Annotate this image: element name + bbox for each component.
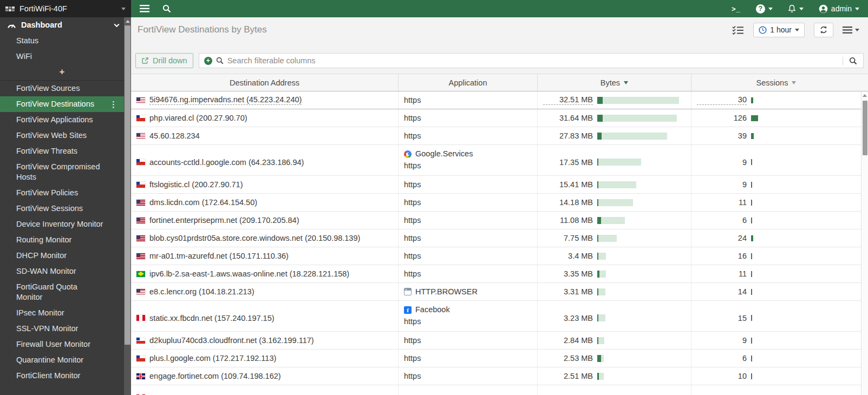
table-scrollbar[interactable] [861,91,868,395]
sidebar-item-firewall-user-monitor[interactable]: Firewall User Monitor [0,337,124,352]
sidebar-item-label: SD-WAN Monitor [16,266,76,276]
sidebar-item-fortiview-threats[interactable]: FortiView Threats [0,143,124,159]
destination-text: dms.licdn.com (172.64.154.50) [149,198,257,207]
admin-menu[interactable]: admin [819,4,859,14]
sessions-bar [751,338,752,344]
sidebar-item-fortiview-destinations[interactable]: FortiView Destinations⋮ [0,96,124,112]
sidebar-item-routing-monitor[interactable]: Routing Monitor [0,232,124,248]
table-row[interactable]: 5i94676.ng.impervadns.net (45.223.24.240… [131,91,861,109]
search-input[interactable] [224,54,843,68]
sidebar-item-fortiview-compromised-hosts[interactable]: FortiView Compromised Hosts [0,159,124,185]
bytes-bar [597,314,605,321]
column-header-bytes[interactable]: Bytes [538,74,691,91]
table-row[interactable]: plus.l.google.com (172.217.192.113)https… [131,350,861,367]
table-scrollbar-thumb[interactable] [863,101,867,155]
sidebar-scrollbar-thumb[interactable] [125,25,130,345]
table-row[interactable]: fortinet.enterpriseprm.net (209.170.205.… [131,212,861,229]
kebab-menu-icon[interactable]: ⋮ [109,99,120,109]
sessions-bar [751,200,752,206]
sidebar-item-device-inventory-monitor[interactable]: Device Inventory Monitor [0,216,124,232]
sidebar-item-dashboard[interactable]: Dashboard [0,17,124,33]
sidebar-item-fortiview-policies[interactable]: FortiView Policies [0,185,124,201]
application-label: https [404,198,421,208]
global-search-icon[interactable] [162,4,171,13]
more-options-menu[interactable] [843,27,859,34]
page-title: FortiView Destinations by Bytes [138,24,732,35]
collapse-sidebar-icon[interactable] [140,5,149,12]
sidebar-item-status[interactable]: Status [0,33,124,49]
table-row[interactable]: php.viared.cl (200.27.90.70)https31.64 M… [131,109,861,127]
sidebar-scrollbar[interactable] [124,17,131,395]
sessions-cell: 126 [691,109,861,127]
table-row[interactable]: ftslogistic.cl (200.27.90.71)https15.41 … [131,176,861,194]
column-header-application[interactable]: Application [399,74,538,91]
sidebar-item-fortiview-web-sites[interactable]: FortiView Web Sites [0,128,124,143]
sidebar-item-ssl-vpn-monitor[interactable]: SSL-VPN Monitor [0,321,124,337]
device-selector[interactable]: FortiWiFi-40F [0,0,131,17]
table-row[interactable]: dms.licdn.com (172.64.154.50)https14.18 … [131,194,861,212]
application-label: Facebook [415,305,450,315]
column-settings-icon[interactable] [732,25,744,35]
bytes-value: 2.51 MB [543,372,593,380]
sidebar-item-dhcp-monitor[interactable]: DHCP Monitor [0,248,124,264]
sidebar-item-fortiview-applications[interactable]: FortiView Applications [0,112,124,128]
bytes-cell: 7.75 MB [538,229,691,247]
application-label: https [404,371,421,381]
time-range-dropdown[interactable]: 1 hour [753,23,805,37]
main-content: FortiView Destinations by Bytes 1 hour [131,17,868,395]
drill-down-button[interactable]: Drill down [135,53,193,68]
scroll-up-button[interactable] [124,17,131,25]
top-bar: FortiWiFi-40F >_ ? [0,0,868,17]
filter-toolbar: Drill down + [135,53,864,68]
table-row[interactable]: accounts-cctld.l.google.com (64.233.186.… [131,145,861,176]
sidebar-item-forticlient-monitor[interactable]: FortiClient Monitor [0,368,124,384]
sessions-bar [751,235,753,241]
application-label: https [404,233,421,243]
sidebar-item-fortiguard-quota-monitor[interactable]: FortiGuard Quota Monitor [0,279,124,305]
bytes-bar-received [599,271,606,278]
scroll-up-button[interactable] [862,91,868,100]
table-row[interactable]: e8.c.lencr.org (104.18.21.213)HTTP.BROWS… [131,283,861,301]
table-row[interactable]: ipv6.lb-2.sa-east-1.aws.waas-online.net … [131,265,861,283]
sidebar-item-fortiview-sessions[interactable]: FortiView Sessions [0,201,124,216]
flag-us-icon [136,218,145,223]
table-row[interactable]: 45.60.128.234https27.83 MB39 [131,127,861,145]
sidebar-item-fortiview-sources[interactable]: FortiView Sources [0,81,124,96]
search-submit-button[interactable] [843,57,863,65]
application-label: https [404,353,421,364]
sidebar-item-label: + [60,67,65,77]
table-row[interactable]: static.xx.fbcdn.net (157.240.197.15)fFac… [131,301,861,332]
destination-cell: static.xx.fbcdn.net (157.240.197.15) [131,301,399,331]
bytes-bar-received [598,314,605,321]
table-row[interactable]: blob.cys01prdstr05a.store.core.windows.n… [131,229,861,247]
bytes-cell: 3.4 MB [538,247,691,265]
sidebar-item-sd-wan-monitor[interactable]: SD-WAN Monitor [0,264,124,279]
bytes-bar-received [599,373,604,380]
column-header-destination[interactable]: Destination Address [131,74,399,91]
application-cell [399,385,538,395]
sessions-cell: 11 [691,194,861,211]
add-filter-icon[interactable]: + [204,57,212,65]
facebook-icon: f [404,306,412,314]
sidebar-item-quarantine-monitor[interactable]: Quarantine Monitor [0,352,124,368]
cli-console-button[interactable]: >_ [732,5,741,13]
column-header-sessions[interactable]: Sessions [691,74,861,91]
sessions-cell: 15 [691,301,861,331]
table-row[interactable] [131,385,861,395]
bytes-value: 17.35 MB [543,158,593,167]
bytes-cell [538,385,691,395]
table-row[interactable]: mr-a01.tm-azurefd.net (150.171.110.36)ht… [131,247,861,265]
application-cell: https [399,229,538,247]
bytes-bar [597,253,606,260]
application-cell: https [399,247,538,265]
sidebar-item-wifi[interactable]: WiFi [0,49,124,64]
destination-cell: e8.c.lencr.org (104.18.21.213) [131,283,399,300]
table-row[interactable]: engage.fortinet.com (109.74.198.162)http… [131,367,861,385]
notifications-menu[interactable] [788,4,804,13]
sidebar-item-add-dashboard[interactable]: + [0,64,124,80]
table-row[interactable]: d2kupluu740cd3.cloudfront.net (3.162.199… [131,332,861,350]
help-menu[interactable]: ? [756,4,773,14]
refresh-button[interactable] [814,23,833,37]
bytes-value: 32.51 MB [543,95,593,105]
sidebar-item-ipsec-monitor[interactable]: IPsec Monitor [0,305,124,321]
